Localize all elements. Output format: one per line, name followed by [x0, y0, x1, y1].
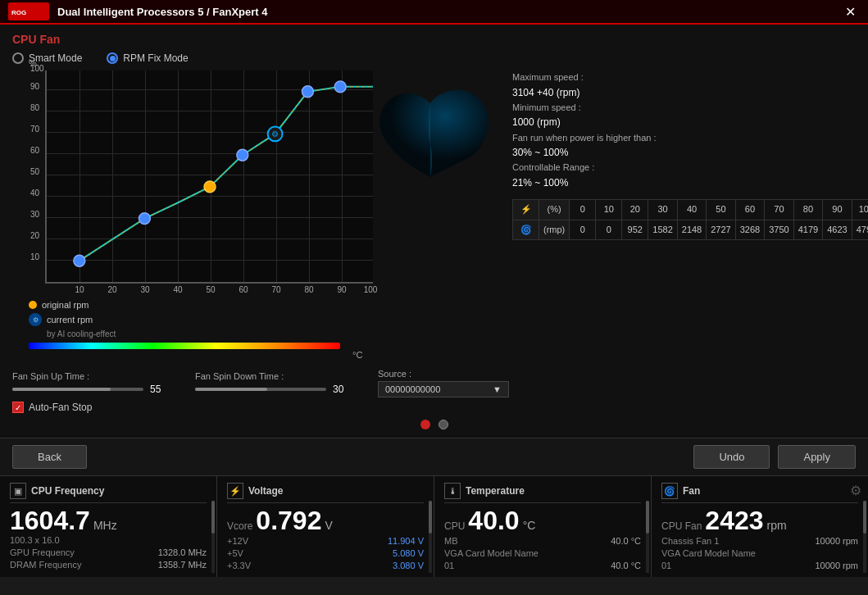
source-value: 00000000000	[385, 384, 440, 394]
rog-logo: ROG	[8, 2, 49, 20]
rpm-8: 4179	[793, 220, 822, 240]
chart-svg: ⚙	[47, 70, 373, 282]
x-label-80: 80	[304, 285, 313, 294]
svg-point-5	[237, 149, 248, 161]
source-dropdown[interactable]: 00000000000 ▼	[378, 381, 509, 397]
y-label-20: 20	[30, 231, 39, 240]
legend-icon-ai: ⚙	[29, 313, 42, 326]
cpu-fan-label: CPU Fan	[661, 520, 702, 532]
max-speed-label: Maximum speed :	[512, 70, 868, 85]
mb-temp-label: MB	[444, 536, 458, 546]
vga-temp-label-row: VGA Card Model Name	[444, 548, 641, 558]
title-bar: ROG Dual Intelligent Processors 5 / FanX…	[0, 0, 868, 25]
svg-text:⚙: ⚙	[271, 129, 279, 139]
pct-50: 50	[707, 200, 735, 220]
spin-down-value: 30	[333, 384, 353, 395]
smart-mode-option[interactable]: Smart Mode	[12, 52, 82, 64]
spin-up-fill	[12, 388, 111, 391]
smart-mode-radio[interactable]	[12, 52, 24, 64]
percent-icon-cell: ⚡	[513, 200, 539, 220]
voltage-title: Voltage	[248, 485, 283, 497]
vcore-unit: V	[325, 519, 332, 532]
pct-40: 40	[677, 200, 706, 220]
dram-freq-label: DRAM Frequency	[10, 560, 81, 570]
percent-label-cell: (%)	[539, 200, 570, 220]
cpu-frequency-panel: ▣ CPU Frequency 1604.7 MHz 100.3 x 16.0 …	[0, 476, 217, 577]
rpm-fix-mode-option[interactable]: RPM Fix Mode	[107, 52, 188, 64]
fan-chart[interactable]: 10 20 30 40 50 60 70 80 90 100 10 20 30	[45, 70, 373, 284]
button-row: Back Undo Apply	[0, 438, 868, 475]
main-window: CPU Fan Smart Mode RPM Fix Mode %	[0, 25, 868, 488]
close-button[interactable]: ✕	[841, 4, 860, 20]
vga-fan-label-row: VGA Card Model Name	[661, 548, 858, 558]
legend-dot-original	[29, 301, 37, 309]
x-label-30: 30	[140, 285, 149, 294]
spin-down-slider-row: 30	[195, 384, 353, 395]
temperature-panel: 🌡 Temperature CPU 40.0 °C MB 40.0 °C VGA…	[434, 476, 652, 577]
x-label-10: 10	[75, 285, 84, 294]
cpu-fan-value: 2423	[705, 507, 763, 534]
fan-run-label: Fan run when power is higher than :	[512, 131, 868, 146]
auto-fan-stop-checkbox[interactable]: ✓	[12, 402, 24, 413]
legend-current: ⚙ current rpm	[29, 313, 357, 326]
rpm-fix-mode-radio[interactable]	[107, 52, 118, 64]
cpu-temp-unit: °C	[523, 519, 536, 532]
fan-panel: 🌀 Fan CPU Fan 2423 rpm Chassis Fan 1 100…	[652, 476, 868, 577]
y-label-60: 60	[30, 146, 39, 155]
app-title: Dual Intelligent Processors 5 / FanXpert…	[57, 6, 841, 18]
dropdown-chevron-icon: ▼	[493, 384, 502, 394]
svg-point-8	[302, 86, 313, 98]
33v-label: +3.3V	[227, 561, 251, 570]
gpu-freq-label: GPU Frequency	[10, 547, 75, 557]
vcore-value: 0.792	[256, 507, 321, 534]
voltage-icon: ⚡	[227, 483, 243, 499]
temp-icon: 🌡	[444, 483, 461, 499]
5v-row: +5V 5.080 V	[227, 548, 424, 558]
vga-temp-value: 40.0 °C	[611, 561, 641, 570]
voltage-header: ⚡ Voltage	[227, 483, 424, 503]
svg-point-4	[204, 181, 216, 193]
gpu-freq-value: 1328.0 MHz	[158, 547, 207, 557]
bottom-controls: Fan Spin Up Time : 55 Fan Spin Down Time…	[12, 369, 856, 397]
pct-100: 100	[852, 200, 868, 220]
spin-down-label: Fan Spin Down Time :	[195, 371, 353, 381]
rpm-0: 0	[570, 220, 596, 240]
cpu-freq-value: 1604.7	[10, 507, 90, 534]
legend-ai: by AI cooling-effect	[29, 329, 357, 338]
spin-up-slider[interactable]	[12, 388, 143, 391]
chassis-fan-row: Chassis Fan 1 10000 rpm	[661, 536, 858, 546]
controllable-value: 21% ~ 100%	[512, 175, 868, 191]
back-button[interactable]: Back	[12, 445, 87, 469]
5v-value: 5.080 V	[393, 548, 424, 558]
pct-30: 30	[648, 200, 677, 220]
undo-button[interactable]: Undo	[693, 445, 770, 469]
voltage-panel: ⚡ Voltage Vcore 0.792 V +12V 11.904 V +5…	[217, 476, 434, 577]
rpm-icon-cell: 🌀	[513, 220, 539, 240]
mb-temp-row: MB 40.0 °C	[444, 536, 641, 546]
y-label-30: 30	[30, 210, 39, 219]
vga-fan-model-label: VGA Card Model Name	[661, 548, 756, 558]
fan-title: Fan	[683, 485, 700, 497]
legend-ai-label: by AI cooling-effect	[47, 329, 116, 338]
y-label-90: 90	[30, 82, 39, 91]
y-label-50: 50	[30, 167, 39, 176]
x-label-100: 100	[364, 285, 378, 294]
x-label-40: 40	[173, 285, 182, 294]
status-bar: ▣ CPU Frequency 1604.7 MHz 100.3 x 16.0 …	[0, 475, 868, 577]
pct-60: 60	[735, 200, 764, 220]
spin-up-slider-row: 55	[12, 384, 170, 395]
y-label-10: 10	[30, 252, 39, 261]
x-axis-unit: °C	[352, 350, 362, 360]
vga-fan-row: 01 10000 rpm	[661, 561, 858, 570]
apply-button[interactable]: Apply	[778, 445, 856, 469]
y-label-100: 100	[30, 64, 44, 73]
spin-down-slider[interactable]	[195, 388, 326, 391]
page-dot-1[interactable]	[420, 420, 430, 429]
rpm-10: 4793	[852, 220, 868, 240]
chart-legend: original rpm ⚙ current rpm by AI cooling…	[29, 300, 357, 338]
page-dot-2[interactable]	[439, 420, 448, 429]
x-label-20: 20	[107, 285, 116, 294]
mode-row: Smart Mode RPM Fix Mode	[12, 52, 856, 64]
settings-gear-icon[interactable]: ⚙	[850, 483, 861, 498]
rpm-4: 2148	[677, 220, 706, 240]
